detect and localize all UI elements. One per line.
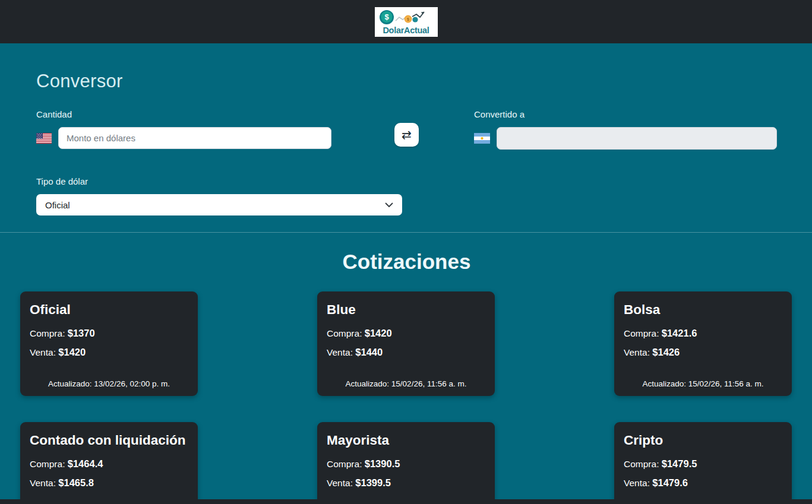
venta-line: Venta: $1420	[30, 347, 188, 358]
section-divider	[0, 232, 812, 233]
main-content: Conversor Cantidad	[0, 71, 812, 274]
bottom-bar	[0, 499, 812, 504]
venta-line: Venta: $1479.6	[624, 477, 782, 489]
card-title: Mayorista	[327, 432, 485, 449]
dollar-type-label: Tipo de dólar	[36, 176, 777, 188]
venta-value: $1426	[652, 347, 680, 357]
venta-label: Venta:	[30, 478, 56, 488]
converter-row: Cantidad	[36, 109, 777, 150]
dollar-type-select[interactable]: Oficial	[36, 194, 402, 215]
venta-line: Venta: $1440	[327, 347, 485, 358]
venta-value: $1440	[355, 347, 383, 357]
venta-label: Venta:	[30, 347, 56, 357]
compra-line: Compra: $1464.4	[30, 458, 188, 470]
compra-label: Compra:	[327, 328, 362, 338]
amount-input[interactable]	[58, 127, 331, 149]
card-title: Blue	[327, 302, 485, 319]
amount-input-row	[36, 127, 339, 149]
venta-line: Venta: $1399.5	[327, 477, 485, 489]
compra-value: $1420	[365, 328, 392, 338]
card-updated: Actualizado: 15/02/26, 11:56 a. m.	[327, 367, 485, 388]
quote-card-cripto: Cripto Compra: $1479.5 Venta: $1479.6	[614, 422, 792, 504]
compra-line: Compra: $1479.5	[624, 458, 782, 470]
logo: $ $ DolarActual	[375, 7, 438, 37]
card-title: Bolsa	[624, 302, 782, 319]
cotizaciones-title: Cotizaciones	[36, 250, 777, 274]
converted-label: Convertido a	[474, 109, 777, 121]
compra-label: Compra:	[30, 459, 65, 469]
venta-label: Venta:	[327, 347, 353, 357]
venta-value: $1420	[58, 347, 86, 357]
quote-card-blue: Blue Compra: $1420 Venta: $1440 Actualiz…	[317, 291, 495, 396]
chevron-down-icon	[385, 202, 393, 208]
compra-line: Compra: $1420	[327, 328, 485, 339]
svg-text:$: $	[407, 17, 409, 22]
venta-label: Venta:	[327, 478, 353, 488]
venta-label: Venta:	[624, 347, 650, 357]
quote-card-oficial: Oficial Compra: $1370 Venta: $1420 Actua…	[20, 291, 198, 396]
compra-line: Compra: $1370	[30, 328, 188, 339]
amount-label: Cantidad	[36, 109, 339, 121]
us-flag-icon	[36, 133, 52, 144]
venta-line: Venta: $1465.8	[30, 477, 188, 489]
venta-value: $1399.5	[355, 477, 391, 488]
amount-group: Cantidad	[36, 109, 339, 149]
compra-label: Compra:	[624, 328, 659, 338]
compra-value: $1464.4	[68, 458, 103, 469]
compra-label: Compra:	[30, 328, 65, 338]
logo-text: DolarActual	[383, 26, 429, 35]
compra-line: Compra: $1390.5	[327, 458, 485, 470]
swap-button[interactable]: ⇄	[394, 123, 419, 147]
conversor-title: Conversor	[36, 71, 777, 92]
card-updated: Actualizado: 13/02/26, 02:00 p. m.	[30, 367, 188, 388]
svg-text:$: $	[384, 12, 389, 21]
compra-value: $1479.5	[662, 458, 697, 469]
venta-value: $1479.6	[652, 477, 688, 488]
dollar-type-selected-value: Oficial	[45, 200, 70, 210]
venta-label: Venta:	[624, 478, 650, 488]
card-title: Cripto	[624, 432, 782, 449]
converted-input[interactable]	[497, 127, 777, 150]
card-updated: Actualizado: 15/02/26, 11:56 a. m.	[624, 367, 782, 388]
converted-group: Convertido a	[474, 109, 777, 150]
converted-input-row	[474, 127, 777, 150]
venta-value: $1465.8	[58, 477, 94, 488]
dollar-coin-chart-icon: $ $	[379, 9, 434, 26]
venta-line: Venta: $1426	[624, 347, 782, 358]
compra-value: $1421.6	[662, 328, 697, 338]
dollar-type-block: Tipo de dólar Oficial	[36, 176, 777, 215]
quote-card-mayorista: Mayorista Compra: $1390.5 Venta: $1399.5	[317, 422, 495, 504]
swap-arrows-icon: ⇄	[402, 128, 412, 142]
swap-wrap: ⇄	[394, 109, 419, 147]
quotes-grid: Oficial Compra: $1370 Venta: $1420 Actua…	[20, 291, 792, 504]
quote-card-contado-con-liquidacion: Contado con liquidación Compra: $1464.4 …	[20, 422, 198, 504]
compra-value: $1370	[68, 328, 95, 338]
compra-label: Compra:	[327, 459, 362, 469]
compra-value: $1390.5	[365, 458, 400, 469]
app-header: $ $ DolarActual	[0, 0, 812, 43]
compra-label: Compra:	[624, 459, 659, 469]
quote-card-bolsa: Bolsa Compra: $1421.6 Venta: $1426 Actua…	[614, 291, 792, 396]
card-title: Contado con liquidación	[30, 432, 188, 449]
argentina-flag-icon	[474, 133, 490, 144]
card-title: Oficial	[30, 302, 188, 319]
compra-line: Compra: $1421.6	[624, 328, 782, 339]
